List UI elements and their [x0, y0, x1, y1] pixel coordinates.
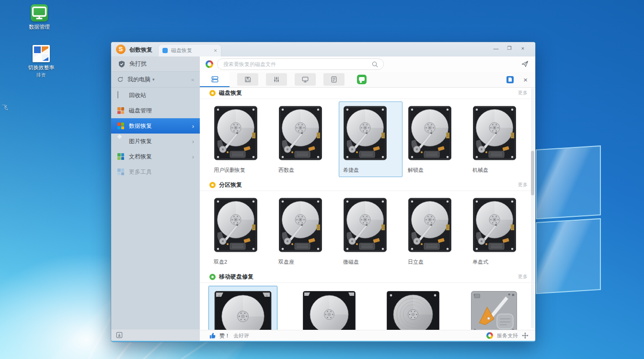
- hdd-photo: [214, 105, 258, 161]
- disk-card[interactable]: 日立盘: [403, 193, 467, 269]
- section-dot-icon: [209, 274, 216, 280]
- service-label[interactable]: 服务支持: [497, 332, 518, 339]
- disk-card[interactable]: [297, 286, 361, 330]
- sidebar-item-label: 文档恢复: [129, 153, 152, 161]
- hdd-photo: [214, 197, 258, 253]
- statusbar-right: 服务支持: [486, 332, 535, 339]
- section-header-disk-recovery: 磁盘恢复 更多: [200, 87, 535, 99]
- disk-card-selected[interactable]: [208, 286, 277, 330]
- review-link[interactable]: 去好评: [233, 332, 249, 339]
- like-group[interactable]: 赞！ 去好评: [209, 332, 249, 339]
- refresh-icon[interactable]: [117, 76, 124, 83]
- app-clover-icon: [206, 60, 213, 68]
- collapse-icon[interactable]: «: [191, 77, 194, 82]
- windows-logo-pane-bottom: [536, 218, 601, 294]
- sidebar-item-doc-recovery[interactable]: 文档恢复 ›: [111, 149, 200, 164]
- hdd-photo: [343, 105, 387, 161]
- view-tab-report[interactable]: [323, 73, 345, 86]
- disk-card-row-2: 双盘2 双盘座 微磁盘 日立盘: [200, 191, 535, 271]
- sidebar-item-data-recovery[interactable]: 数据恢复 ›: [111, 118, 200, 134]
- scroll-area[interactable]: 磁盘恢复 更多 用户误删恢复 西数盘 希捷盘: [200, 87, 535, 330]
- sliders-icon: [273, 76, 280, 83]
- chat-bubble-icon[interactable]: [357, 75, 367, 84]
- image-icon: [117, 137, 125, 145]
- paper-plane-icon[interactable]: [521, 60, 529, 67]
- disk-card[interactable]: 机械盘: [468, 101, 532, 177]
- titlebar[interactable]: S 创数恢复 磁盘恢复 × — ❐ ×: [111, 42, 535, 56]
- view-tab-grid[interactable]: [200, 72, 230, 87]
- search-icon[interactable]: [371, 61, 379, 68]
- chevron-right-icon: ›: [192, 153, 194, 160]
- tab-close-icon[interactable]: ×: [214, 47, 217, 54]
- disk-card[interactable]: 解锁盘: [403, 101, 467, 177]
- disk-card-selected[interactable]: 希捷盘: [339, 101, 402, 177]
- sidebar-item-photo-recovery[interactable]: 图片恢复 ›: [111, 134, 200, 149]
- document-tab[interactable]: 磁盘恢复 ×: [158, 44, 221, 56]
- search-box[interactable]: [217, 58, 384, 70]
- minimize-button[interactable]: —: [492, 45, 500, 51]
- sidebar-item-label: 图片恢复: [129, 137, 152, 146]
- desktop-icon-sublabel: 排资: [21, 72, 61, 79]
- blocks-icon: [117, 107, 125, 114]
- app-window: S 创数恢复 磁盘恢复 × — ❐ × 免打扰: [111, 42, 535, 342]
- shield-button[interactable]: 免打扰: [111, 56, 200, 72]
- section-title: 磁盘恢复: [219, 89, 242, 97]
- section-dot-icon: [209, 90, 216, 96]
- sidebar-item-label: 回收站: [129, 91, 146, 100]
- shield-button-label: 免打扰: [129, 60, 147, 68]
- disk-caption: 希捷盘: [343, 167, 398, 174]
- disk-card[interactable]: 单盘式: [468, 193, 532, 269]
- sidebar-item-disk-manage[interactable]: 磁盘管理: [111, 103, 200, 118]
- disk-caption: 日立盘: [408, 258, 463, 266]
- scrollbar-thumb[interactable]: [531, 151, 534, 195]
- caret-down-icon[interactable]: ▾: [152, 77, 155, 82]
- disk-caption: 西数盘: [278, 167, 334, 174]
- sidebar-item-more-tools[interactable]: 更多工具: [111, 164, 200, 180]
- sidebar-item-recycle[interactable]: 回收站: [111, 88, 200, 103]
- view-tab-monitor[interactable]: [295, 73, 316, 86]
- document-icon: [331, 76, 337, 83]
- search-input[interactable]: [222, 61, 371, 67]
- windows-flag-icon: [117, 122, 125, 130]
- disk-card[interactable]: [465, 286, 523, 330]
- thumbs-up-icon[interactable]: [209, 332, 216, 339]
- page-icon: [117, 91, 125, 99]
- disk-card[interactable]: [381, 286, 445, 330]
- section-more-link[interactable]: 更多: [518, 90, 528, 96]
- hdd-photo: [472, 197, 517, 253]
- floppy-icon: [244, 76, 251, 83]
- scrollbar-track[interactable]: [531, 88, 534, 328]
- disk-card[interactable]: 双盘座: [274, 193, 338, 269]
- disk-card[interactable]: 双盘2: [209, 193, 273, 269]
- desktop-icon-windows-tool[interactable]: 切换效整率 排资: [21, 45, 61, 79]
- section-more-link[interactable]: 更多: [518, 181, 528, 188]
- download-box-icon[interactable]: [116, 332, 123, 338]
- section-more-link[interactable]: 更多: [518, 273, 528, 280]
- hdd-photo: [408, 197, 452, 253]
- disk-card[interactable]: 微磁盘: [339, 193, 402, 269]
- search-row: [200, 56, 535, 72]
- disk-card[interactable]: 用户误删恢复: [209, 101, 273, 177]
- content-area: × 磁盘恢复 更多 用户误删恢复 西数盘: [200, 72, 535, 330]
- hdd-platter-photo: [386, 291, 440, 330]
- sidebar-footer: [111, 329, 200, 341]
- desktop: 数据管理 切换效整率 排资 飞 S 创数恢复 磁盘恢复 × — ❐ × 免打扰: [0, 0, 644, 359]
- content-close-icon[interactable]: ×: [523, 76, 528, 84]
- window-close-button[interactable]: ×: [519, 45, 527, 51]
- view-tab-settings[interactable]: [266, 73, 287, 86]
- blue-doc-badge-icon[interactable]: [506, 76, 514, 83]
- disk-card[interactable]: 西数盘: [274, 101, 338, 177]
- disk-caption: 微磁盘: [343, 258, 398, 266]
- app-title: 创数恢复: [129, 46, 152, 54]
- desktop-icon-green-app[interactable]: 数据管理: [19, 4, 59, 31]
- section-header-mobile-disk-repair: 移动硬盘修复 更多: [200, 271, 535, 283]
- desktop-icon-label: 数据管理: [19, 23, 59, 31]
- sidebar-computer-row[interactable]: 我的电脑 ▾ «: [111, 72, 200, 88]
- view-tab-save[interactable]: [237, 73, 258, 86]
- stray-desktop-glyph: 飞: [2, 103, 8, 112]
- move-arrows-icon[interactable]: [522, 332, 529, 339]
- statusbar: 赞！ 去好评 服务支持: [200, 330, 535, 341]
- desktop-icon-label: 切换效整率: [21, 64, 61, 71]
- hdd-photo: [408, 105, 452, 161]
- maximize-button[interactable]: ❐: [506, 45, 513, 51]
